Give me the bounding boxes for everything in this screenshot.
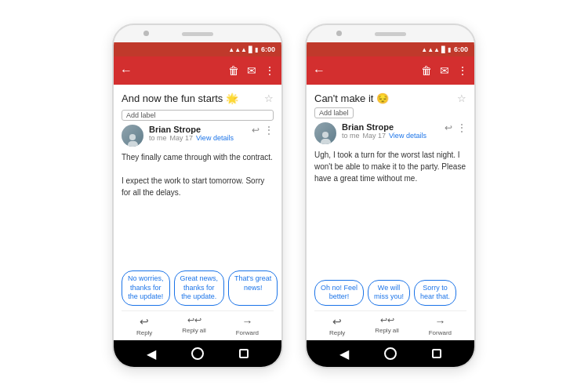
phone-2-email-content: Can't make it 😔 ☆ Add label bbox=[307, 85, 474, 340]
avatar-body bbox=[128, 141, 138, 147]
p2-smart-reply-3[interactable]: Sorry tohear that. bbox=[414, 280, 456, 306]
sender-info: Brian Strope to me May 17 View details bbox=[149, 125, 246, 142]
phone-2-status-bar: ▲▲▲ ▊ ▮ 6:00 bbox=[307, 42, 474, 56]
forward-label: Forward bbox=[236, 329, 259, 336]
p2-delete-icon[interactable]: 🗑 bbox=[421, 64, 432, 77]
p2-status-time: 6:00 bbox=[454, 45, 468, 53]
phone-2-speaker bbox=[375, 32, 406, 36]
p2-reply-all-action-icon: ↩↩ bbox=[380, 315, 394, 325]
p2-back-button[interactable]: ← bbox=[313, 64, 325, 78]
nav-back-button[interactable]: ◀ bbox=[147, 347, 156, 361]
p2-forward-action-icon: → bbox=[434, 315, 445, 328]
reply-all-label: Reply all bbox=[182, 327, 206, 334]
p2-sender-actions: ↩ ⋮ bbox=[445, 122, 466, 133]
p2-avatar-body bbox=[321, 139, 331, 145]
subject-row: And now the fun starts 🌟 ☆ bbox=[122, 93, 274, 104]
p2-reply-label: Reply bbox=[329, 329, 345, 336]
p2-avatar bbox=[314, 122, 336, 144]
p2-smart-reply-2[interactable]: We willmiss you! bbox=[368, 280, 410, 306]
p2-wifi-icon: ▊ bbox=[441, 46, 446, 53]
email-actions: ↩ Reply ↩↩ Reply all → Forward bbox=[122, 310, 274, 340]
p2-sender-date: May 17 bbox=[363, 132, 387, 140]
p2-email-subject: Can't make it 😔 bbox=[314, 93, 389, 104]
battery-icon: ▮ bbox=[255, 46, 258, 53]
phone-2-top-bar bbox=[307, 25, 474, 42]
phone-2-status-icons: ▲▲▲ ▊ ▮ bbox=[421, 46, 451, 53]
phone-1-status-bar: ▲▲▲ ▊ ▮ 6:00 bbox=[114, 42, 281, 56]
sender-date: May 17 bbox=[170, 134, 194, 142]
p2-sender-row: Brian Strope to me May 17 View details ↩… bbox=[314, 122, 466, 144]
toolbar-icons: 🗑 ✉ ⋮ bbox=[228, 64, 275, 77]
phone-1: ▲▲▲ ▊ ▮ 6:00 ← 🗑 ✉ ⋮ An bbox=[112, 24, 283, 368]
view-details-link[interactable]: View details bbox=[196, 134, 234, 142]
smart-reply-1[interactable]: No worries,thanks forthe update! bbox=[122, 270, 170, 306]
phone-1-email-content: And now the fun starts 🌟 ☆ Add label bbox=[114, 85, 281, 340]
smart-reply-2[interactable]: Great news,thanks forthe update. bbox=[174, 270, 225, 306]
add-label-button[interactable]: Add label bbox=[122, 110, 274, 121]
p2-star-icon[interactable]: ☆ bbox=[457, 93, 466, 104]
p2-reply-button[interactable]: ↩ Reply bbox=[329, 315, 345, 336]
avatar-image bbox=[122, 125, 143, 147]
p2-add-label-button[interactable]: Add label bbox=[314, 107, 354, 118]
p2-smart-reply-1[interactable]: Oh no! Feelbetter! bbox=[314, 280, 364, 306]
back-button[interactable]: ← bbox=[120, 64, 132, 78]
p2-avatar-image bbox=[314, 122, 336, 144]
p2-forward-button[interactable]: → Forward bbox=[429, 315, 452, 336]
nav-recent-button[interactable] bbox=[239, 349, 249, 358]
reply-all-button[interactable]: ↩↩ Reply all bbox=[182, 315, 206, 336]
p2-more-menu-icon[interactable]: ⋮ bbox=[457, 122, 466, 133]
avatar-head bbox=[129, 134, 136, 140]
avatar bbox=[122, 125, 143, 147]
phone-1-screen: ▲▲▲ ▊ ▮ 6:00 ← 🗑 ✉ ⋮ An bbox=[114, 42, 281, 340]
phone-1-toolbar: ← 🗑 ✉ ⋮ bbox=[114, 56, 281, 85]
p2-battery-icon: ▮ bbox=[448, 46, 451, 53]
avatar-figure bbox=[127, 134, 138, 147]
more-icon[interactable]: ⋮ bbox=[264, 64, 275, 77]
phone-2: ▲▲▲ ▊ ▮ 6:00 ← 🗑 ✉ ⋮ Ca bbox=[305, 24, 476, 368]
phone-1-speaker bbox=[182, 32, 213, 36]
p2-view-details-link[interactable]: View details bbox=[389, 132, 426, 140]
scene: ▲▲▲ ▊ ▮ 6:00 ← 🗑 ✉ ⋮ An bbox=[0, 0, 588, 392]
phone-1-nav-bar: ◀ bbox=[114, 340, 281, 367]
phone-1-camera bbox=[143, 31, 149, 36]
wifi-icon: ▊ bbox=[249, 46, 253, 53]
sender-meta: to me May 17 View details bbox=[149, 134, 246, 142]
p2-email-actions: ↩ Reply ↩↩ Reply all → Forward bbox=[314, 310, 466, 340]
subject-text: And now the fun starts bbox=[122, 93, 223, 104]
p2-email-icon[interactable]: ✉ bbox=[440, 64, 449, 77]
p2-reply-all-label: Reply all bbox=[375, 327, 399, 334]
sender-to: to me bbox=[149, 134, 167, 142]
p2-more-icon[interactable]: ⋮ bbox=[457, 64, 468, 77]
p2-avatar-head bbox=[322, 132, 328, 138]
forward-button[interactable]: → Forward bbox=[236, 315, 259, 336]
subject-emoji: 🌟 bbox=[226, 93, 238, 104]
p2-signal-icon: ▲▲▲ bbox=[421, 46, 440, 53]
more-menu-icon[interactable]: ⋮ bbox=[264, 125, 274, 136]
reply-icon[interactable]: ↩ bbox=[252, 125, 260, 136]
phone-1-top-bar bbox=[114, 25, 281, 42]
email-body-text: They finally came through with the contr… bbox=[122, 153, 273, 197]
smart-reply-3[interactable]: That's greatnews! bbox=[228, 270, 278, 306]
p2-forward-label: Forward bbox=[429, 329, 452, 336]
phone-2-screen: ▲▲▲ ▊ ▮ 6:00 ← 🗑 ✉ ⋮ Ca bbox=[307, 42, 474, 340]
phone-2-nav-bar: ◀ bbox=[307, 340, 474, 367]
reply-all-action-icon: ↩↩ bbox=[187, 315, 201, 325]
p2-subject-text: Can't make it bbox=[314, 93, 373, 104]
p2-smart-replies: Oh no! Feelbetter! We willmiss you! Sorr… bbox=[314, 280, 466, 306]
p2-nav-recent-button[interactable] bbox=[432, 349, 441, 358]
status-time: 6:00 bbox=[261, 45, 275, 53]
delete-icon[interactable]: 🗑 bbox=[228, 64, 239, 77]
sender-name: Brian Strope bbox=[149, 125, 246, 134]
reply-button[interactable]: ↩ Reply bbox=[136, 315, 152, 336]
p2-email-body-text: Ugh, I took a turn for the worst last ni… bbox=[314, 151, 466, 183]
star-icon[interactable]: ☆ bbox=[264, 93, 274, 104]
p2-nav-home-button[interactable] bbox=[384, 347, 397, 360]
email-icon[interactable]: ✉ bbox=[247, 64, 256, 77]
p2-reply-all-button[interactable]: ↩↩ Reply all bbox=[375, 315, 399, 336]
sender-row: Brian Strope to me May 17 View details ↩… bbox=[122, 125, 274, 147]
p2-reply-icon[interactable]: ↩ bbox=[445, 122, 452, 133]
p2-sender-meta: to me May 17 View details bbox=[342, 132, 439, 140]
p2-nav-back-button[interactable]: ◀ bbox=[339, 347, 349, 361]
email-subject: And now the fun starts 🌟 bbox=[122, 93, 238, 104]
nav-home-button[interactable] bbox=[191, 347, 204, 360]
